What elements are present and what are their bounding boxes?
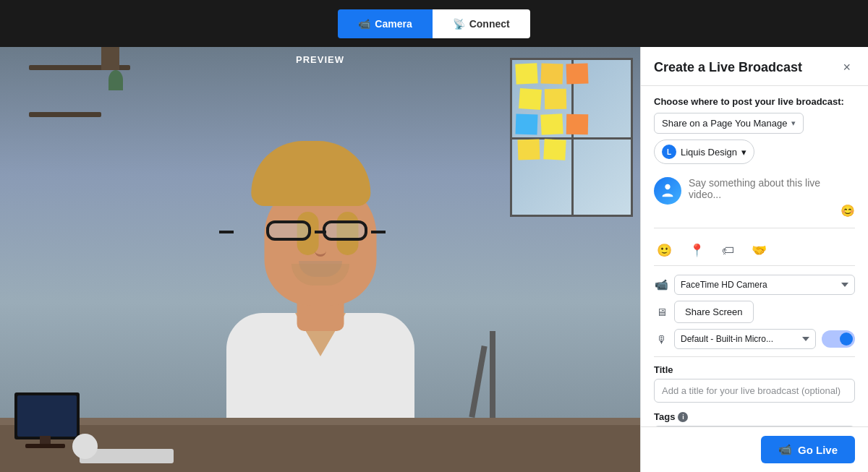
panel-title: Create a Live Broadcast bbox=[654, 60, 802, 75]
camera-tab[interactable]: 📹 Camera bbox=[338, 9, 432, 38]
video-area: PREVIEW bbox=[0, 47, 640, 472]
go-live-video-icon: 📹 bbox=[778, 443, 792, 456]
title-field-group: Title bbox=[654, 364, 855, 403]
tags-field-label: Tags i bbox=[654, 411, 855, 422]
page-icon: L bbox=[662, 145, 676, 159]
right-panel: Create a Live Broadcast × Choose where t… bbox=[640, 47, 868, 472]
camera-icon: 📹 bbox=[358, 18, 370, 30]
share-dropdown[interactable]: Share on a Page You Manage ▾ bbox=[654, 113, 804, 134]
camera-device-icon: 📹 bbox=[654, 278, 668, 291]
tags-field-group: Tags i bbox=[654, 411, 855, 426]
camera-select[interactable]: FaceTime HD Camera bbox=[674, 275, 855, 295]
smiley-icon[interactable]: 🙂 bbox=[654, 240, 675, 261]
tags-info-icon[interactable]: i bbox=[678, 412, 688, 422]
top-bar: 📹 Camera 📡 Connect bbox=[0, 0, 868, 47]
camera-row: 📹 FaceTime HD Camera bbox=[654, 275, 855, 295]
share-dropdown-text: Share on a Page You Manage bbox=[662, 118, 787, 129]
panel-header: Create a Live Broadcast × bbox=[641, 47, 868, 86]
mic-row: 🎙 Default - Built-in Micro... bbox=[654, 329, 855, 349]
avatar-icon bbox=[660, 183, 676, 199]
mic-device-icon: 🎙 bbox=[654, 333, 668, 346]
dropdown-row: Share on a Page You Manage ▾ bbox=[654, 113, 855, 134]
preview-label: PREVIEW bbox=[296, 54, 344, 65]
tripod-leg bbox=[490, 331, 495, 418]
chevron-down-icon: ▾ bbox=[791, 119, 796, 128]
mic-toggle[interactable] bbox=[822, 330, 855, 348]
compose-area: 😊 bbox=[654, 170, 855, 228]
divider-1 bbox=[654, 356, 855, 357]
media-controls: 🙂 📍 🏷 🤝 bbox=[654, 236, 855, 266]
page-name: Liquis Design bbox=[681, 147, 737, 158]
panel-body: Choose where to post your live broadcast… bbox=[641, 86, 868, 426]
user-avatar bbox=[654, 177, 681, 205]
connect-tab[interactable]: 📡 Connect bbox=[433, 9, 530, 38]
tag-icon[interactable]: 🤝 bbox=[749, 240, 770, 261]
shelf-area bbox=[29, 65, 130, 90]
page-selector[interactable]: L Liquis Design ▾ bbox=[654, 140, 754, 164]
choose-label: Choose where to post your live broadcast… bbox=[654, 96, 855, 107]
activity-icon[interactable]: 🏷 bbox=[719, 241, 737, 261]
page-chevron-icon: ▾ bbox=[741, 147, 746, 158]
shelf-area-2 bbox=[29, 112, 101, 117]
connect-icon: 📡 bbox=[453, 18, 465, 30]
main-area: PREVIEW bbox=[0, 47, 868, 472]
location-icon[interactable]: 📍 bbox=[686, 240, 707, 261]
close-button[interactable]: × bbox=[838, 59, 855, 77]
go-live-button[interactable]: 📹 Go Live bbox=[761, 436, 855, 463]
page-selector-row: L Liquis Design ▾ bbox=[654, 140, 855, 164]
video-preview bbox=[0, 47, 640, 472]
title-field-label: Title bbox=[654, 364, 855, 375]
screen-device-icon: 🖥 bbox=[654, 306, 668, 318]
desk bbox=[0, 418, 640, 472]
title-input[interactable] bbox=[654, 379, 855, 403]
window bbox=[510, 58, 633, 217]
panel-footer: 📹 Go Live bbox=[641, 426, 868, 472]
mic-toggle-knob bbox=[840, 332, 853, 346]
mic-select[interactable]: Default - Built-in Micro... bbox=[674, 329, 816, 349]
screen-row: 🖥 Share Screen bbox=[654, 301, 855, 323]
share-screen-button[interactable]: Share Screen bbox=[674, 301, 754, 323]
emoji-button[interactable]: 😊 bbox=[841, 204, 855, 218]
compose-input[interactable] bbox=[689, 177, 833, 220]
